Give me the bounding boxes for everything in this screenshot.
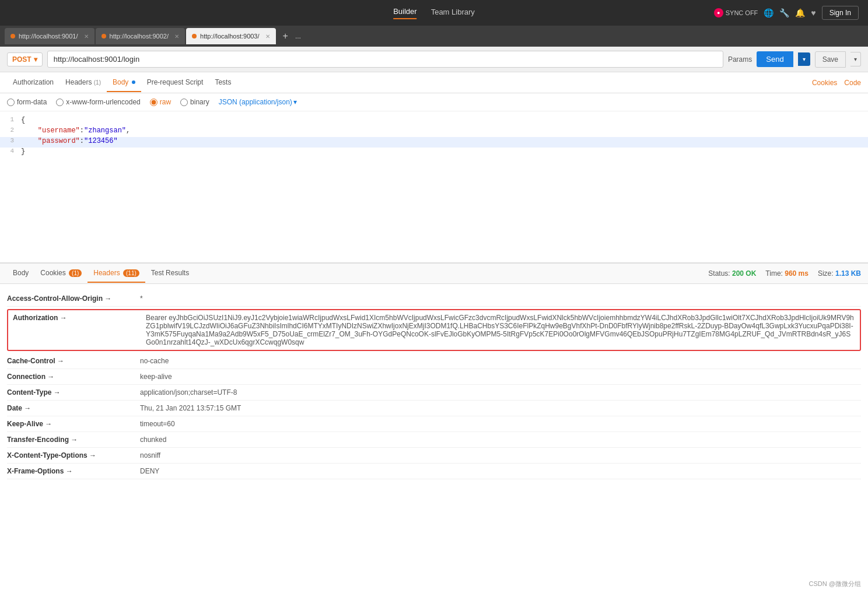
params-button[interactable]: Params (728, 55, 752, 64)
tab-1[interactable]: http://localhost:9001/ ✕ (5, 28, 94, 44)
header-name-1: Authorization → (13, 314, 141, 322)
headers-badge: (11) (123, 269, 139, 277)
request-tabs: Authorization Headers (1) Body Pre-reque… (0, 72, 868, 93)
nav-tabs: Builder Team Library (393, 7, 475, 19)
wrench-icon[interactable]: 🔧 (779, 8, 789, 17)
highlighted-header-row: Authorization → Bearer eyJhbGciOiJSUzI1N… (7, 309, 861, 351)
tab-prerequest[interactable]: Pre-request Script (141, 73, 209, 92)
cookies-code-area: Cookies Code (812, 79, 861, 87)
code-editor[interactable]: 1 { 2 "username":"zhangsan", 3 "password… (0, 111, 868, 263)
nav-tab-team-library[interactable]: Team Library (431, 8, 475, 19)
header-row-0: Access-Control-Allow-Origin → * (7, 291, 861, 307)
header-row-3: Connection → keep-alive (7, 369, 861, 385)
nav-right: ● SYNC OFF 🌐 🔧 🔔 ♥ Sign In (714, 6, 859, 20)
time-value: 960 ms (785, 269, 808, 278)
header-row-4: Content-Type → application/json;charset=… (7, 385, 861, 401)
header-row-7: Transfer-Encoding → chunked (7, 432, 861, 448)
size-value: 1.13 KB (835, 269, 861, 278)
header-row-8: X-Content-Type-Options → nosniff (7, 448, 861, 464)
header-name-2: Cache-Control → (7, 357, 135, 365)
header-row-9: X-Frame-Options → DENY (7, 464, 861, 479)
tab-tests[interactable]: Tests (209, 73, 237, 92)
raw-option[interactable]: raw (150, 98, 171, 106)
header-name-0: Access-Control-Allow-Origin → (7, 294, 135, 303)
header-value-9: DENY (140, 467, 861, 475)
header-value-7: chunked (140, 436, 861, 444)
binary-option[interactable]: binary (180, 98, 209, 106)
method-chevron: ▾ (34, 55, 37, 64)
tab-3[interactable]: http://localhost:9003/ ✕ (186, 28, 276, 44)
more-tabs-button[interactable]: ... (293, 32, 303, 40)
tab-dot-3 (192, 34, 197, 38)
tab-close-1[interactable]: ✕ (84, 33, 89, 40)
response-tabs: Body Cookies (1) Headers (11) Test Resul… (0, 263, 868, 284)
header-value-3: keep-alive (140, 373, 861, 381)
header-name-5: Date → (7, 404, 135, 412)
resp-tab-cookies[interactable]: Cookies (1) (34, 264, 88, 283)
resp-tab-body[interactable]: Body (7, 264, 34, 283)
status-value: 200 OK (732, 269, 756, 278)
tab-close-3[interactable]: ✕ (265, 33, 270, 40)
header-name-3: Connection → (7, 373, 135, 381)
code-line-2: 2 "username":"zhangsan", (0, 127, 868, 137)
heart-icon[interactable]: ♥ (811, 8, 816, 17)
code-line-4: 4 } (0, 148, 868, 158)
nav-tab-builder[interactable]: Builder (393, 7, 416, 19)
tab-url-3: http://localhost:9003/ (200, 33, 260, 40)
header-value-1: Bearer eyJhbGciOiJSUzI1NiJ9.eyJ1c2Vybjoi… (146, 314, 855, 346)
tab-2[interactable]: http://localhost:9002/ ✕ (96, 28, 186, 44)
headers-count: (1) (94, 79, 101, 86)
code-line-3: 3 "password":"123456" (0, 137, 868, 148)
tab-close-2[interactable]: ✕ (174, 33, 179, 40)
save-button[interactable]: Save (815, 51, 846, 68)
header-name-7: Transfer-Encoding → (7, 436, 135, 444)
send-button[interactable]: Send (757, 51, 793, 67)
top-nav: Builder Team Library ● SYNC OFF 🌐 🔧 🔔 ♥ … (0, 0, 868, 26)
tab-dot-1 (10, 34, 15, 38)
cookies-button[interactable]: Cookies (812, 79, 837, 87)
cookies-badge: (1) (69, 269, 82, 277)
header-name-9: X-Frame-Options → (7, 467, 135, 475)
url-input[interactable] (47, 51, 723, 68)
header-name-6: Keep-Alive → (7, 420, 135, 428)
header-row-2: Cache-Control → no-cache (7, 353, 861, 369)
header-name-4: Content-Type → (7, 388, 135, 396)
form-data-option[interactable]: form-data (7, 98, 47, 106)
response-body: Access-Control-Allow-Origin → * Authoriz… (0, 284, 868, 486)
json-chevron: ▾ (293, 98, 297, 106)
status-area: Status: 200 OK Time: 960 ms Size: 1.13 K… (708, 269, 861, 278)
body-options: form-data x-www-form-urlencoded raw bina… (0, 93, 868, 111)
send-dropdown-button[interactable]: ▾ (798, 52, 810, 66)
resp-tab-headers[interactable]: Headers (11) (88, 264, 145, 283)
globe-icon[interactable]: 🌐 (764, 8, 774, 17)
header-value-2: no-cache (140, 357, 861, 365)
bell-icon[interactable]: 🔔 (795, 8, 805, 17)
save-dropdown-button[interactable]: ▾ (850, 52, 861, 66)
url-bar: POST ▾ Params Send ▾ Save ▾ (0, 47, 868, 72)
tabs-bar: http://localhost:9001/ ✕ http://localhos… (0, 26, 868, 47)
sync-icon: ● (714, 8, 723, 17)
header-value-6: timeout=60 (140, 420, 861, 428)
tab-authorization[interactable]: Authorization (7, 73, 60, 92)
header-value-5: Thu, 21 Jan 2021 13:57:15 GMT (140, 404, 861, 412)
code-line-1: 1 { (0, 116, 868, 127)
method-select[interactable]: POST ▾ (7, 52, 43, 66)
sync-status: ● SYNC OFF (714, 8, 758, 17)
header-name-8: X-Content-Type-Options → (7, 451, 135, 459)
header-value-0: * (140, 294, 861, 303)
tab-headers[interactable]: Headers (1) (60, 73, 107, 92)
urlencoded-option[interactable]: x-www-form-urlencoded (56, 98, 140, 106)
tab-body[interactable]: Body (107, 73, 141, 92)
header-row-6: Keep-Alive → timeout=60 (7, 416, 861, 432)
tab-url-1: http://localhost:9001/ (19, 33, 78, 40)
tab-dot-2 (102, 34, 106, 38)
sign-in-button[interactable]: Sign In (822, 6, 859, 20)
resp-tab-testresults[interactable]: Test Results (145, 264, 195, 283)
add-tab-button[interactable]: + (279, 31, 292, 41)
header-value-4: application/json;charset=UTF-8 (140, 388, 861, 396)
json-format-dropdown[interactable]: JSON (application/json) ▾ (219, 98, 297, 106)
tab-url-2: http://localhost:9002/ (110, 33, 169, 40)
code-button[interactable]: Code (844, 79, 861, 87)
header-value-8: nosniff (140, 451, 861, 459)
header-row-5: Date → Thu, 21 Jan 2021 13:57:15 GMT (7, 401, 861, 416)
